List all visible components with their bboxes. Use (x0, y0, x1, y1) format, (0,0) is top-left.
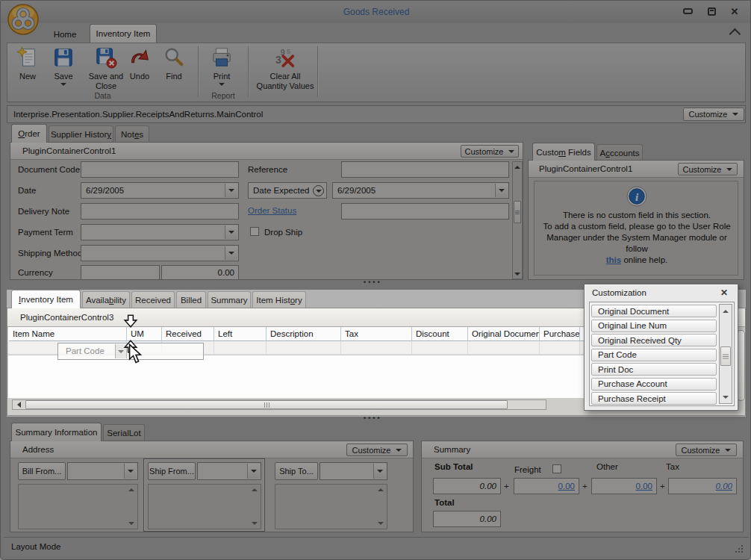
save-and-close-button[interactable]: Save and Close (83, 46, 129, 90)
freight-checkbox[interactable] (552, 464, 561, 473)
order-status-input[interactable] (341, 203, 509, 220)
total-value[interactable]: 0.00 (433, 511, 501, 527)
online-help-link[interactable]: this (606, 255, 621, 264)
order-form-scrollbar[interactable] (512, 161, 523, 279)
summary-customize-button[interactable]: Customize (676, 444, 737, 456)
tab-notes[interactable]: Notes (115, 125, 149, 143)
field-list-item[interactable]: Purchase Account (591, 378, 717, 391)
column-header-tax[interactable]: Tax (341, 327, 412, 341)
date-expected-combobox[interactable]: 6/29/2005 (332, 182, 509, 199)
date-expected-button[interactable]: Date Expected (248, 182, 327, 199)
tab-billed[interactable]: Billed (176, 291, 206, 308)
reference-input[interactable] (341, 161, 509, 178)
print-dropdown-icon[interactable] (219, 83, 225, 86)
date-expected-dropdown-button[interactable] (495, 184, 508, 197)
document-code-input[interactable] (81, 161, 239, 178)
scroll-down-icon[interactable] (378, 522, 384, 525)
other-value[interactable]: 0.00 (591, 478, 657, 494)
close-popup-button[interactable]: ✕ (717, 287, 731, 299)
tab-availability[interactable]: Availability (82, 291, 130, 308)
bill-from-combobox[interactable] (67, 462, 138, 480)
bill-from-button[interactable]: Bill From... (18, 462, 66, 480)
scroll-down-icon[interactable] (252, 522, 258, 525)
payment-term-combobox[interactable] (81, 224, 239, 240)
save-dropdown-icon[interactable] (60, 83, 66, 86)
customization-window[interactable]: Customization ✕ Original Document Origin… (584, 284, 738, 411)
field-list-item[interactable]: Purchase Receipt (591, 392, 717, 405)
ship-from-address-textarea[interactable] (148, 484, 261, 529)
collapse-ribbon-button[interactable] (729, 25, 744, 39)
custom-fields-customize-button[interactable]: Customize (678, 163, 738, 175)
tax-value[interactable]: 0.00 (668, 478, 737, 494)
field-list-item[interactable]: Print Doc (591, 363, 717, 376)
column-header-description[interactable]: Description (267, 327, 341, 341)
field-list-item[interactable]: Original Received Qty (591, 334, 717, 346)
ship-to-button[interactable]: Ship To... (275, 462, 318, 480)
shipping-method-dropdown-button[interactable] (225, 246, 237, 260)
scrollbar-thumb[interactable] (514, 201, 521, 223)
tab-summary[interactable]: Summary (208, 291, 251, 308)
ship-to-address-textarea[interactable] (275, 484, 387, 529)
column-header-item-name[interactable]: Item Name (9, 327, 127, 341)
scroll-up-button[interactable] (720, 305, 731, 317)
tab-order[interactable]: Order (11, 124, 47, 143)
order-panel-customize-button[interactable]: Customize (461, 145, 519, 158)
column-header-original-document[interactable]: Original Document (468, 327, 540, 341)
tab-received[interactable]: Received (131, 291, 175, 308)
undo-button[interactable]: Undo (123, 46, 156, 81)
scroll-up-icon[interactable] (252, 488, 258, 491)
scroll-down-button[interactable] (513, 269, 522, 279)
print-button[interactable]: Print (203, 46, 240, 86)
date-combobox[interactable]: 6/29/2005 (81, 182, 239, 199)
grid-horizontal-scrollbar[interactable] (12, 399, 546, 410)
tab-item-history[interactable]: Item History (252, 291, 306, 308)
sub-total-value[interactable]: 0.00 (433, 478, 501, 494)
address-customize-button[interactable]: Customize (346, 444, 408, 456)
scroll-down-button[interactable] (720, 391, 731, 402)
splitter-handle[interactable]: •••• (364, 414, 382, 422)
ship-to-combobox[interactable] (320, 462, 387, 480)
tab-inventory-item[interactable]: Inventory Item (11, 290, 81, 308)
column-header-received[interactable]: Received (162, 327, 214, 341)
ship-from-combobox[interactable] (197, 462, 261, 480)
ship-from-button[interactable]: Ship From... (148, 462, 196, 480)
column-header-left[interactable]: Left (214, 327, 267, 341)
currency-amount-input[interactable]: 0.00 (161, 265, 239, 280)
column-header-purchase[interactable]: Purchase (540, 327, 580, 341)
bill-from-dropdown-button[interactable] (124, 464, 137, 479)
tab-summary-information[interactable]: Summary Information (11, 423, 102, 441)
shipping-method-combobox[interactable] (81, 245, 239, 261)
scroll-up-button[interactable] (513, 162, 522, 172)
ribbon-tab-inventory-item[interactable]: Inventory Item (90, 24, 157, 43)
save-button[interactable]: Save (47, 46, 80, 86)
column-header-discount[interactable]: Discount (412, 327, 468, 341)
freight-value[interactable]: 0.00 (514, 478, 579, 494)
ship-from-dropdown-button[interactable] (247, 464, 260, 479)
tab-supplier-history[interactable]: Supplier History (49, 125, 113, 143)
scrollbar-thumb[interactable] (720, 346, 731, 366)
scroll-up-icon[interactable] (128, 488, 134, 491)
customization-titlebar[interactable]: Customization ✕ (585, 284, 738, 302)
date-expected-options-icon[interactable] (313, 185, 324, 196)
order-status-link[interactable]: Order Status (248, 206, 296, 215)
currency-input[interactable] (81, 265, 160, 280)
payment-term-dropdown-button[interactable] (225, 225, 237, 239)
ship-to-dropdown-button[interactable] (373, 464, 386, 479)
splitter-handle[interactable]: •••• (364, 279, 382, 286)
breadcrumb-customize-button[interactable]: Customize (683, 108, 744, 121)
scrollbar-thumb[interactable] (25, 400, 508, 409)
resize-grip-icon[interactable] (734, 544, 744, 554)
scroll-up-icon[interactable] (378, 488, 384, 491)
ribbon-tab-home[interactable]: Home (42, 25, 88, 43)
field-list-item[interactable]: Original Document (591, 305, 717, 317)
minimize-button[interactable] (681, 7, 696, 17)
field-list-item[interactable]: Part Code (591, 349, 717, 361)
tab-accounts[interactable]: Acccounts (596, 144, 643, 161)
new-button[interactable]: New (11, 46, 44, 81)
restore-button[interactable] (705, 6, 720, 17)
date-dropdown-button[interactable] (225, 184, 237, 197)
tab-seriallot[interactable]: SerialLot (103, 424, 145, 441)
scroll-left-button[interactable] (13, 400, 25, 409)
find-button[interactable]: Find (158, 46, 190, 81)
bill-from-address-textarea[interactable] (18, 484, 138, 529)
